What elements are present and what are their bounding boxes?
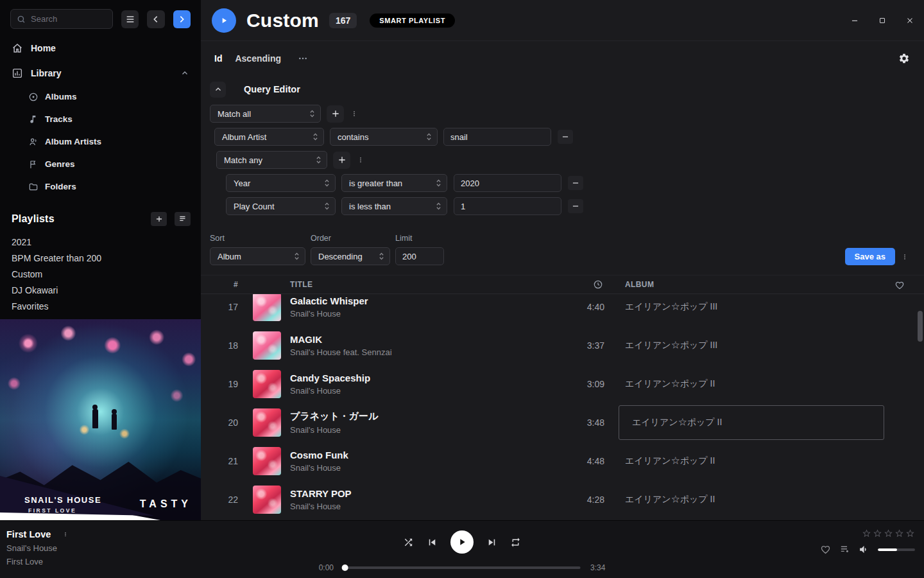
previous-button[interactable] [426, 536, 438, 548]
track-album[interactable]: エイリアン☆ポップ II [612, 480, 888, 519]
playlists-title: Playlists [12, 213, 55, 225]
search-input[interactable] [31, 14, 107, 24]
table-row[interactable]: 18MAGIKSnail's House feat. Sennzai3:37エイ… [210, 326, 888, 365]
add-group-rule-button[interactable] [333, 152, 350, 169]
now-playing-album-art[interactable]: SNAIL'S HOUSE FIRST LOVE TASTY [0, 319, 201, 520]
remove-rule-button[interactable] [568, 199, 583, 213]
rule-field-select[interactable]: Year [226, 174, 336, 192]
playlist-item[interactable]: Custom [0, 266, 201, 282]
track-album[interactable]: エイリアン☆ポップ III [612, 326, 888, 365]
table-row[interactable]: 17Galactic WhisperSnail's House4:40エイリアン… [210, 294, 888, 326]
table-row[interactable]: 21Cosmo FunkSnail's House4:48エイリアン☆ポップ I… [210, 442, 888, 480]
next-button[interactable] [486, 536, 498, 548]
playlist-item[interactable]: 2021 [0, 234, 201, 250]
rule-value-input[interactable] [443, 128, 551, 146]
minimize-button[interactable] [850, 16, 859, 25]
star-icon[interactable] [862, 529, 871, 538]
match-all-select[interactable]: Match all [210, 105, 321, 123]
collapse-query-editor-button[interactable] [210, 82, 226, 98]
queue-button[interactable] [839, 544, 850, 555]
order-select[interactable]: Descending [311, 247, 390, 265]
playlist-list-button[interactable] [175, 212, 191, 226]
select-caret-icon [309, 109, 315, 118]
player-bar: First Love Snail's House First Love [0, 520, 924, 578]
sidebar-item-library[interactable]: Library [0, 60, 201, 85]
sidebar-item-tracks[interactable]: Tracks [0, 108, 201, 130]
save-as-button[interactable]: Save as [845, 248, 895, 265]
column-duration[interactable] [562, 279, 612, 290]
forward-button[interactable] [173, 10, 191, 28]
track-album[interactable]: エイリアン☆ポップ II [612, 442, 888, 480]
sidebar-item-album-artists[interactable]: Album Artists [0, 130, 201, 153]
column-album[interactable]: ALBUM [612, 280, 888, 289]
sort-field-button[interactable]: Id [214, 53, 222, 64]
add-rule-button[interactable] [327, 105, 344, 123]
group-kebab-icon[interactable] [356, 155, 365, 165]
volume-button[interactable] [859, 544, 869, 555]
shuffle-button[interactable] [403, 537, 414, 548]
seek-thumb[interactable] [342, 565, 348, 571]
sidebar-item-folders[interactable]: Folders [0, 175, 201, 198]
table-row[interactable]: 20プラネット・ガールSnail's House3:48エイリアン☆ポップ II [210, 403, 888, 442]
favorite-button[interactable] [820, 544, 831, 555]
sidebar-item-albums[interactable]: Albums [0, 85, 201, 108]
chevron-up-icon[interactable] [180, 69, 189, 78]
save-kebab-icon[interactable] [900, 251, 909, 263]
rule-field-select[interactable]: Play Count [226, 197, 336, 215]
playlist-item[interactable]: DJ Okawari [0, 282, 201, 298]
add-playlist-button[interactable] [151, 212, 167, 226]
sidebar-item-genres[interactable]: Genres [0, 153, 201, 175]
track-artist: Snail's House [290, 309, 562, 319]
rule-kebab-icon[interactable] [350, 109, 359, 119]
select-caret-icon [316, 155, 321, 164]
volume-slider[interactable] [878, 548, 915, 551]
limit-input[interactable] [395, 247, 444, 265]
star-icon[interactable] [873, 529, 882, 538]
playlist-item[interactable]: BPM Greater than 200 [0, 250, 201, 266]
focused-album-cell[interactable]: エイリアン☆ポップ II [619, 405, 884, 440]
sidebar-item-home[interactable]: Home [0, 35, 201, 60]
playlist-item[interactable]: Favorites [0, 298, 201, 314]
match-any-select[interactable]: Match any [216, 151, 327, 169]
star-icon[interactable] [894, 529, 904, 538]
smart-playlist-badge: SMART PLAYLIST [370, 13, 455, 28]
menu-button[interactable] [121, 10, 139, 28]
star-icon[interactable] [884, 529, 893, 538]
table-row[interactable]: 22STARRY POPSnail's House4:28エイリアン☆ポップ I… [210, 480, 888, 519]
search-box[interactable] [10, 9, 113, 29]
remove-rule-button[interactable] [568, 176, 583, 190]
star-outline-icon [873, 529, 882, 538]
rule-value-input[interactable] [454, 174, 561, 192]
rule-field-select[interactable]: Album Artist [214, 128, 324, 146]
sidebar: Home Library AlbumsTracksAlbum ArtistsGe… [0, 0, 201, 520]
playlist-play-button[interactable] [212, 8, 236, 33]
rule-value-input[interactable] [454, 197, 561, 215]
column-favorite-heart-icon[interactable] [894, 280, 905, 290]
sort-select[interactable]: Album [210, 247, 305, 265]
settings-gear-icon[interactable] [898, 53, 910, 64]
repeat-button[interactable] [510, 537, 521, 548]
hamburger-icon [125, 14, 135, 24]
track-album[interactable]: エイリアン☆ポップ II [612, 365, 888, 403]
sidebar-item-label: Home [31, 43, 56, 53]
track-album[interactable]: エイリアン☆ポップ II [612, 403, 888, 442]
sort-direction-button[interactable]: Ascending [235, 53, 281, 64]
maximize-button[interactable] [878, 17, 886, 24]
column-number[interactable]: # [210, 280, 244, 289]
column-title[interactable]: TITLE [282, 280, 562, 289]
table-row[interactable]: 19Candy SpaceshipSnail's House3:09エイリアン☆… [210, 365, 888, 403]
rule-operator-select[interactable]: is less than [341, 197, 447, 215]
close-button[interactable] [905, 16, 914, 25]
more-options-icon[interactable] [298, 53, 308, 64]
remove-rule-button[interactable] [558, 130, 573, 144]
star-icon[interactable] [905, 529, 915, 538]
seek-bar[interactable] [343, 566, 581, 569]
sidebar-item-label: Folders [45, 182, 76, 191]
now-playing-kebab-icon[interactable] [62, 529, 69, 539]
rule-operator-select[interactable]: contains [330, 128, 438, 146]
play-button[interactable] [450, 530, 474, 554]
scrollbar-thumb[interactable] [918, 311, 923, 342]
track-album[interactable]: エイリアン☆ポップ III [612, 294, 888, 326]
back-button[interactable] [147, 10, 164, 28]
rule-operator-select[interactable]: is greater than [341, 174, 447, 192]
